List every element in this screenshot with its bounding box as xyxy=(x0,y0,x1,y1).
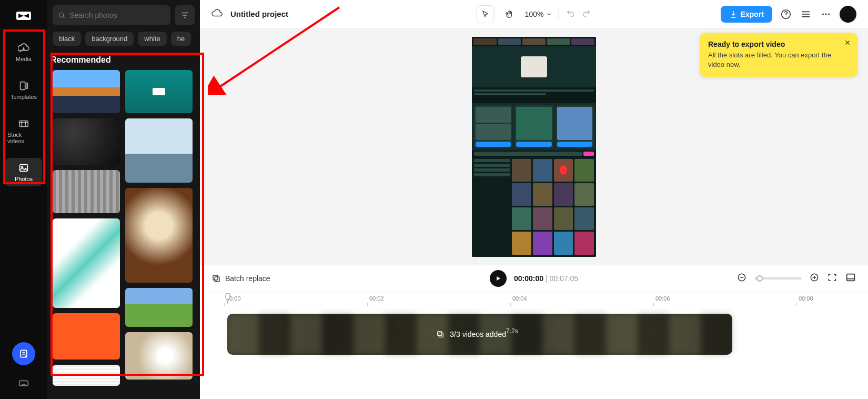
svg-rect-2 xyxy=(26,83,28,89)
zoom-out-button[interactable] xyxy=(736,272,747,285)
svg-rect-19 xyxy=(227,300,228,304)
photo-thumb[interactable] xyxy=(53,170,120,213)
svg-point-8 xyxy=(59,13,63,17)
chip[interactable]: he xyxy=(171,32,191,46)
batch-replace-button[interactable]: Batch replace xyxy=(211,274,270,283)
svg-point-10 xyxy=(822,13,824,15)
cloud-sync-icon[interactable] xyxy=(211,7,223,21)
export-icon xyxy=(729,10,738,18)
photo-thumb[interactable] xyxy=(125,288,193,327)
toast-close-button[interactable] xyxy=(844,39,851,48)
chip[interactable]: background xyxy=(85,32,134,46)
more-button[interactable] xyxy=(820,8,832,21)
avatar[interactable] xyxy=(840,6,856,23)
svg-rect-13 xyxy=(213,275,218,280)
duration: 00:07:05 xyxy=(549,274,578,283)
photo-thumb[interactable] xyxy=(53,70,120,113)
help-icon xyxy=(780,8,792,20)
undo-icon xyxy=(565,8,576,18)
toast-title: Ready to export video xyxy=(708,40,849,48)
zoom-in-button[interactable] xyxy=(809,272,820,285)
keyboard-shortcuts-button[interactable] xyxy=(16,376,31,391)
photo-thumb[interactable] xyxy=(125,70,193,113)
zoom-slider[interactable] xyxy=(754,277,802,280)
search-chips: black background white he xyxy=(47,29,200,51)
svg-rect-4 xyxy=(20,165,28,172)
section-title: Recommended xyxy=(47,51,200,70)
more-icon xyxy=(820,8,832,20)
filter-button[interactable] xyxy=(175,5,195,25)
rail-label: Templates xyxy=(11,94,37,100)
zoom-dropdown[interactable]: 100% xyxy=(525,10,552,18)
ruler-tick: 00:08 xyxy=(799,295,813,302)
photos-panel: black background white he Recommended xyxy=(47,0,200,399)
project-title[interactable]: Untitled project xyxy=(230,9,288,18)
left-rail: Media Templates Stock videos Photos xyxy=(0,0,47,399)
photo-thumb[interactable] xyxy=(53,218,120,308)
clip-duration: 7.2s xyxy=(506,327,518,335)
search-icon xyxy=(58,11,65,19)
playhead[interactable] xyxy=(224,293,231,304)
thumbs-grid xyxy=(47,70,200,386)
cursor-tool[interactable] xyxy=(477,5,494,23)
photo-thumb[interactable] xyxy=(53,365,120,386)
svg-rect-17 xyxy=(847,274,855,281)
layout-icon xyxy=(845,272,856,283)
close-icon xyxy=(844,39,851,46)
search-input[interactable] xyxy=(69,11,165,19)
svg-rect-20 xyxy=(438,332,442,336)
photo-thumb[interactable] xyxy=(53,118,120,165)
ruler-tick: 00:06 xyxy=(655,295,670,302)
rail-item-media[interactable]: Media xyxy=(5,38,42,66)
layers-button[interactable] xyxy=(800,8,812,21)
timeline-ruler[interactable]: 00:00 00:02 00:04 00:06 00:08 xyxy=(200,292,868,308)
stack-icon xyxy=(800,8,812,20)
svg-point-12 xyxy=(828,13,830,15)
cursor-icon xyxy=(481,10,490,18)
photo-thumb[interactable] xyxy=(125,332,193,380)
clip-icon xyxy=(436,330,445,338)
zoom-in-icon xyxy=(809,272,820,283)
rail-label: Photos xyxy=(15,176,33,182)
undo-button[interactable] xyxy=(565,8,576,21)
zoom-out-icon xyxy=(736,272,747,283)
fit-button[interactable] xyxy=(827,272,837,285)
svg-rect-3 xyxy=(19,121,28,127)
redo-button[interactable] xyxy=(581,8,591,21)
search-input-wrap[interactable] xyxy=(53,5,170,25)
svg-rect-21 xyxy=(439,333,443,337)
script-button[interactable] xyxy=(12,342,35,365)
svg-rect-1 xyxy=(21,82,25,90)
chevron-down-icon xyxy=(546,11,552,17)
hand-icon xyxy=(505,9,514,19)
filter-icon xyxy=(180,11,189,20)
rail-item-templates[interactable]: Templates xyxy=(5,76,42,104)
zoom-slider-thumb[interactable] xyxy=(756,275,763,282)
layout-button[interactable] xyxy=(845,272,856,285)
preview-canvas[interactable] xyxy=(472,37,596,257)
play-button[interactable] xyxy=(490,270,507,287)
photo-thumb[interactable] xyxy=(125,188,193,283)
hand-tool[interactable] xyxy=(501,5,519,23)
chip[interactable]: white xyxy=(138,32,166,46)
ruler-tick: 00:04 xyxy=(512,295,527,302)
timeline: Batch replace 00:00:00 | 00:07:05 00:00 … xyxy=(200,265,868,399)
redo-icon xyxy=(581,8,591,18)
photo-thumb[interactable] xyxy=(53,313,120,360)
help-button[interactable] xyxy=(780,8,792,21)
chip[interactable]: black xyxy=(53,32,81,46)
svg-rect-14 xyxy=(215,277,219,282)
timeline-clip[interactable]: 3/3 videos added 7.2s xyxy=(227,314,732,355)
rail-label: Stock videos xyxy=(7,132,40,144)
ruler-tick: 00:02 xyxy=(369,295,384,302)
rail-item-stock-videos[interactable]: Stock videos xyxy=(5,114,42,148)
photo-thumb[interactable] xyxy=(125,118,193,183)
app-logo[interactable] xyxy=(14,6,33,25)
topbar: Untitled project 100% Export xyxy=(200,0,868,28)
rail-item-photos[interactable]: Photos xyxy=(5,158,42,186)
play-icon xyxy=(494,275,502,282)
current-time: 00:00:00 xyxy=(514,274,543,283)
clip-label: 3/3 videos added xyxy=(450,330,506,338)
export-button[interactable]: Export xyxy=(721,6,772,23)
batch-replace-icon xyxy=(211,274,221,283)
